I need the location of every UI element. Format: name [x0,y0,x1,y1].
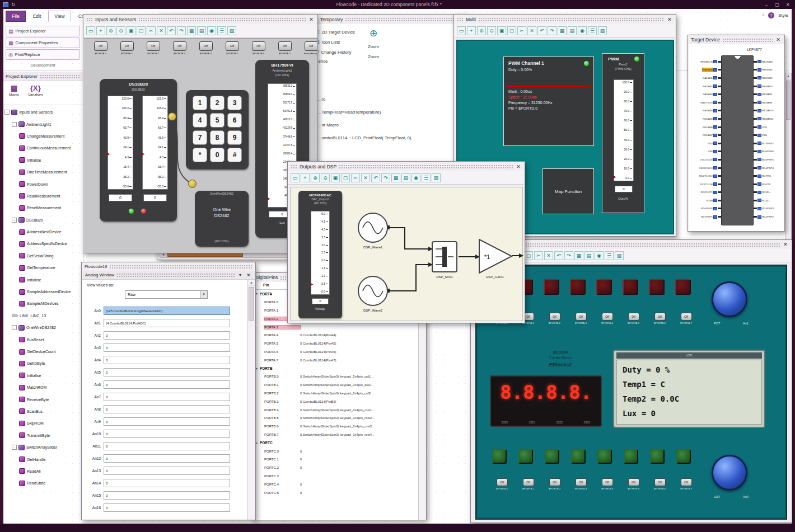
style-button[interactable]: Style [778,13,788,18]
keypad-key-8[interactable]: 8 [210,130,225,145]
pin-row[interactable]: PORTA.70 ComboBL0114(PinA7) [253,356,419,364]
tree-item-sampleaddresseddevice[interactable]: SampleAddressedDevice [3,286,83,298]
dsp-mixer-component[interactable] [432,241,457,272]
maximize-button[interactable]: ▢ [773,2,781,7]
paste-icon[interactable]: ▢ [137,26,146,35]
toggle-switch[interactable]: Off$PORTA.6 [245,41,272,55]
analog-value-field[interactable]: 0 [104,430,230,438]
rows-icon[interactable]: ▤ [584,251,593,260]
select-icon[interactable]: ▭ [291,173,300,182]
target-icon[interactable]: ◉ [411,173,420,182]
analog-value-field[interactable]: 0 [104,331,230,340]
close-icon[interactable]: ✕ [782,242,789,247]
port-group-row[interactable]: ▼PORTC [253,439,419,447]
close-icon[interactable]: ✕ [515,164,522,170]
scrollbar-thumb[interactable] [249,287,254,321]
redo-icon[interactable]: ↷ [564,251,573,260]
select-icon[interactable]: ▭ [86,26,95,35]
analog-value-field[interactable]: 0 [104,491,230,500]
shade-icon[interactable]: ▧ [615,251,624,260]
window-titlebar[interactable]: Outputs and DSP ✕ [288,162,525,171]
pin-row[interactable]: PORTB.30 ComboBL0114(PinB3) [253,397,419,406]
toggle-switch[interactable]: Off$PORTA.3 [166,41,193,55]
analog-value-field[interactable]: 0 [104,417,230,426]
inputs-sensors-window[interactable]: Inputs and Sensors ✕ ▭+⊕⊖▣▢✂✕↶↷▦▤◉☰▧ Off… [83,14,318,253]
analog-value-field[interactable]: 0 [104,467,230,475]
keypad-key-#[interactable]: # [227,148,242,162]
expand-toggle-icon[interactable]: - [12,445,17,450]
tree-item-busreset[interactable]: BusReset [3,333,83,345]
expand-toggle-icon[interactable]: - [12,218,17,223]
paste-icon[interactable]: ▢ [524,251,533,260]
green-pushbutton[interactable] [650,449,665,464]
tab-edit[interactable]: Edit [27,11,48,22]
grid-icon[interactable]: ▦ [391,173,400,182]
tree-item-getserialstring[interactable]: GetSerialString [3,250,83,262]
tree-item-samplealldevices[interactable]: SampleAllDevices [3,298,83,309]
pin-row[interactable]: PORTA.50 ComboBL0114(PinA5) [253,340,419,348]
menu-icon[interactable]: ☰ [605,251,614,260]
target-icon[interactable]: ◉ [578,26,587,35]
tree-item-ds18b20[interactable]: -DS18B20 [3,214,83,226]
toggle-switch[interactable]: Off$PORTB.6 [647,478,673,490]
analog-window[interactable]: Flowcode19 Analog Window ▾ ✕ View values… [81,262,256,520]
toggle-switch[interactable]: Off$PORTA.7 [272,41,298,55]
toggle-switch[interactable]: Off$PORTB.5 [620,478,647,490]
tree-item-readstate[interactable]: ReadState [3,477,83,489]
cut-icon[interactable]: ✂ [534,251,543,260]
rows-icon[interactable]: ▤ [568,26,577,35]
redo-icon[interactable]: ↷ [548,26,556,35]
toggle-switch[interactable]: Off$PORTA.5 [219,41,245,55]
voltage-value[interactable]: 0 [312,298,329,304]
delete-icon[interactable]: ✕ [157,26,166,35]
tree-item-initialise[interactable]: Initialise [3,274,83,285]
window-titlebar[interactable]: Multi ✕ [454,15,676,24]
paste-icon[interactable]: ▢ [341,173,350,182]
close-icon[interactable]: ✕ [245,272,252,278]
pin-row[interactable]: PORTC.3 [253,472,419,481]
pin-row[interactable]: PORTB.50 SwitchArraySliderSpin3( keypad_… [253,414,419,422]
pin-row[interactable]: PORTB.20 SwitchArraySliderSpin3( keypad_… [253,389,419,398]
toggle-switch[interactable]: Off$PORTA.5 [620,313,647,324]
red-pushbutton[interactable] [623,279,638,295]
pot-knob[interactable] [712,281,747,317]
macro-button[interactable]: ▦Macro [7,83,21,103]
shade-icon[interactable]: ▧ [227,26,236,35]
map-function-component[interactable]: Map Function [543,168,594,214]
pan-icon[interactable]: + [467,26,476,35]
toggle-switch[interactable]: Off$PORTB.4 [594,478,620,490]
tree-item-ambientlight1[interactable]: -AmbientLight1 [3,118,83,130]
grid-icon[interactable]: ▦ [187,26,196,35]
2d-target-device-button[interactable]: ▢2D Target Device [315,27,399,37]
variables-button[interactable]: {X}Variables [26,83,45,103]
green-pushbutton[interactable] [624,449,638,464]
toggle-switch[interactable]: Off$PORTA.4 [193,41,219,55]
pin-row[interactable]: PORTC.20 [253,464,419,472]
menu-icon[interactable]: ☰ [422,173,431,182]
undo-icon[interactable]: ↶ [554,251,563,260]
delete-icon[interactable]: ✕ [544,251,553,260]
magnifier-icon[interactable]: ⊕ [363,28,384,39]
tree-item-addressnextdevice[interactable]: AddressNextDevice [3,226,83,238]
pan-icon[interactable]: + [96,26,105,35]
copy-icon[interactable]: ▣ [497,26,506,35]
target-device-window[interactable]: Target Device ✕ LKP4877 RE3/MCLRRA0/AN0R… [688,35,785,232]
expand-toggle-icon[interactable]: - [12,325,17,330]
project-explorer-button[interactable]: ▤Project Explorer [6,26,80,36]
menu-icon[interactable]: ☰ [588,26,597,35]
tree-item-powerdown[interactable]: PowerDown [3,178,83,190]
tree-item-continuousmeasurement[interactable]: ContinuousMeasurement [3,142,83,154]
tree-item-getdevicecount[interactable]: GetDeviceCount [3,346,83,357]
red-pushbutton[interactable] [544,279,559,295]
toggle-switch[interactable]: Off$PORTA.2 [541,313,568,324]
pin-row[interactable]: PORTC.10 [253,455,419,464]
window-titlebar[interactable]: Target Device ✕ [688,35,784,44]
dac-component[interactable]: MCP4746DAC DAC_Output1 (I2C CH3) 5.04.54… [298,191,342,318]
close-icon[interactable]: ✕ [775,37,782,43]
close-icon[interactable]: ✕ [666,17,673,22]
zoom-label[interactable]: Zoom [363,44,384,49]
chevron-down-icon[interactable]: ▾ [237,272,243,277]
expand-toggle-icon[interactable]: - [4,110,10,115]
analog-value-field[interactable]: (125:ComboBL0114:LightSensorADC) [104,307,230,315]
tree-item-initialise[interactable]: Initialise [3,154,83,166]
